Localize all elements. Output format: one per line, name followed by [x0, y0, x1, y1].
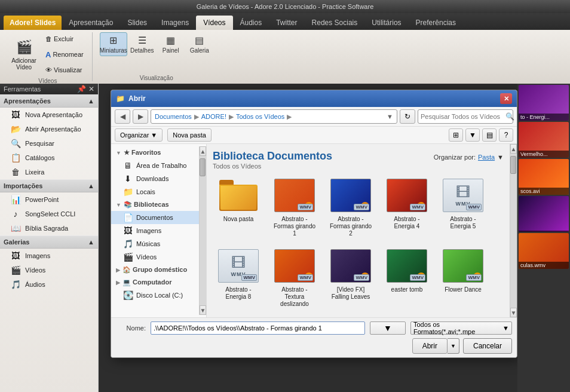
rename-video-button[interactable]: A Renomear: [42, 48, 87, 61]
path-item-adore[interactable]: ADORE!: [201, 113, 226, 120]
pin-icon[interactable]: 📌: [77, 85, 86, 93]
thumb-item-3[interactable]: scos.avi: [519, 159, 569, 195]
refresh-button[interactable]: ↻: [400, 109, 415, 124]
sidebar-item-powerpoint[interactable]: 📊 PowerPoint: [0, 192, 98, 207]
close-sidebar-icon[interactable]: ✕: [88, 85, 94, 93]
computer-header[interactable]: ▶ 💻 Computador: [111, 276, 199, 289]
view-video-button[interactable]: 👁 Visualizar: [42, 63, 87, 76]
files-scroll-thumb[interactable]: [510, 156, 516, 174]
sidebar-item-search[interactable]: 🔍 Pesquisar: [0, 136, 98, 151]
file-name-abstrato4: Abstrato - Energia 5: [440, 216, 486, 230]
tab-audios[interactable]: Áudios: [233, 16, 269, 30]
sidebar: Ferramentas 📌 ✕ Apresentações ▲ 🖼 Nova A…: [0, 84, 99, 392]
path-dropdown[interactable]: ▼: [387, 113, 393, 120]
file-item-nova-pasta[interactable]: Nova pasta: [213, 174, 264, 240]
galleries-collapse-icon: ▲: [88, 238, 94, 246]
organize-by-link[interactable]: Pasta: [478, 154, 495, 161]
sidebar-item-videos[interactable]: 🎬 Vídeos: [0, 263, 98, 277]
file-name-input[interactable]: [151, 321, 365, 335]
file-item-abstrato1[interactable]: ▶ WMV Abstrato - Formas girando 1: [269, 174, 320, 240]
tab-adore[interactable]: Adore! Slides: [4, 16, 62, 30]
thumb-item-1[interactable]: to - Energi...: [519, 85, 569, 121]
sidebar-item-catalogs[interactable]: 📋 Catálogos: [0, 151, 98, 165]
view-details-button[interactable]: ☰ Detalhes: [128, 32, 156, 56]
sidebar-item-songselect[interactable]: ♪ SongSelect CCLI: [0, 207, 98, 221]
file-item-abstrato2[interactable]: ▶ WMV Abstrato - Formas girando 2: [325, 174, 376, 240]
view-panel-button[interactable]: ▦ Painel: [157, 32, 185, 56]
cancel-button[interactable]: Cancelar: [463, 338, 512, 354]
tab-utilitarios[interactable]: Utilitários: [364, 16, 408, 30]
tab-imagens[interactable]: Imagens: [154, 16, 196, 30]
tab-twitter[interactable]: Twitter: [269, 16, 304, 30]
file-item-flower-dance[interactable]: ▶ WMV Flower Dance: [437, 245, 489, 311]
nav-item-desktop[interactable]: 🖥 Área de Trabalho: [111, 159, 199, 172]
open-button[interactable]: Abrir: [412, 338, 448, 354]
scroll-up[interactable]: ▲: [200, 146, 206, 156]
tab-redes-sociais[interactable]: Redes Sociais: [305, 16, 365, 30]
tab-preferencias[interactable]: Preferências: [409, 16, 463, 30]
forward-button[interactable]: ▶: [133, 109, 148, 124]
wmv-icon-abstrato4: 🎞 WMV WMV: [443, 179, 483, 212]
tab-videos[interactable]: Vídeos: [196, 16, 232, 30]
sidebar-item-bible[interactable]: 📖 Bíblia Sagrada: [0, 221, 98, 235]
files-scroll-up[interactable]: ▲: [510, 144, 517, 154]
name-dropdown[interactable]: ▼: [370, 321, 406, 335]
open-dropdown-button[interactable]: ▼: [448, 338, 459, 354]
preview-pane-button[interactable]: ▤: [482, 128, 497, 142]
tab-slides[interactable]: Slides: [120, 16, 154, 30]
nav-item-local[interactable]: 📁 Locais: [111, 185, 199, 198]
help-button[interactable]: ?: [499, 128, 513, 142]
thumb-item-5[interactable]: culas.wmv: [519, 233, 569, 269]
nav-item-disk-c[interactable]: 💽 Disco Local (C:): [111, 289, 199, 302]
favorites-header[interactable]: ▼ ★ Favoritos: [111, 146, 199, 159]
libraries-header[interactable]: ▼ 📚 Bibliotecas: [111, 198, 199, 211]
sidebar-item-trash[interactable]: 🗑 Lixeira: [0, 165, 98, 179]
sidebar-item-images[interactable]: 🖼 Imagens: [0, 249, 98, 263]
dialog-overlay: 📁 Abrir ✕ ◀ ▶ Documentos ▶ ADORE! ▶ Todo…: [99, 84, 517, 392]
file-item-abstrato5[interactable]: 🎞 WMV WMV Abstrato - Energia 8: [213, 245, 264, 311]
file-item-video-fx[interactable]: ▶ WMV [Video FX] Falling Leaves: [325, 245, 376, 311]
file-type-select[interactable]: Todos os Formatos(*.avi;*.mpe ▼: [410, 321, 512, 335]
view-dropdown-button[interactable]: ▼: [465, 128, 480, 142]
view-mode-button[interactable]: ⊞: [449, 128, 463, 142]
path-item-todos[interactable]: Todos os Vídeos: [236, 113, 284, 120]
galleries-section-header[interactable]: Galerias ▲: [0, 235, 98, 249]
delete-video-button[interactable]: 🗑 Excluir: [42, 32, 87, 45]
nav-item-videos-lib[interactable]: 🎬 Vídeos: [111, 250, 199, 264]
nav-item-documents[interactable]: 📄 Documentos: [111, 211, 199, 224]
scroll-down[interactable]: ▼: [200, 305, 206, 315]
file-item-abstrato3[interactable]: ▶ WMV Abstrato - Energia 4: [381, 174, 433, 240]
file-item-abstrato-e2[interactable]: 🎞 WMV WMV Abstrato - Energia 2: [213, 316, 264, 317]
thumb-item-2[interactable]: Vermelho...: [519, 122, 569, 158]
scroll-thumb[interactable]: [200, 158, 206, 176]
path-item-documentos[interactable]: Documentos: [155, 113, 192, 120]
right-panel: to - Energi... Vermelho... scos.avi cula…: [517, 84, 570, 392]
thumb-item-4[interactable]: [519, 196, 569, 232]
add-video-button[interactable]: 🎬 AdicionarVídeo: [8, 36, 39, 73]
file-item-meu-filme[interactable]: ▶ WMV Meu Filme: [269, 316, 320, 317]
organize-by-dropdown[interactable]: ▼: [497, 154, 504, 161]
nav-item-downloads[interactable]: ⬇ Downloads: [111, 172, 199, 185]
presentations-section-header[interactable]: Apresentações ▲: [0, 94, 98, 108]
sidebar-item-new-presentation[interactable]: 🖼 Nova Apresentação: [0, 108, 98, 122]
new-folder-button[interactable]: Nova pasta: [167, 128, 212, 142]
view-gallery-button[interactable]: ▤ Galeria: [186, 32, 213, 56]
homegroup-header[interactable]: ▶ 🏠 Grupo doméstico: [111, 264, 199, 276]
file-item-easter-tomb[interactable]: ▶ WMV easter tomb: [381, 245, 433, 311]
nav-item-imagens[interactable]: 🖼 Imagens: [111, 224, 199, 237]
view-group-label: Visualização: [140, 74, 173, 81]
file-item-abstrato-tex[interactable]: ▶ WMV Abstrato - Textura deslizando: [269, 245, 320, 311]
dialog-body: ▼ ★ Favoritos 🖥 Área de Trabalho ⬇ Downl…: [111, 144, 517, 317]
tab-apresentacao[interactable]: Apresentação: [62, 16, 120, 30]
view-miniatures-button[interactable]: ⊞ Miniaturas: [100, 32, 127, 56]
sidebar-item-open-presentation[interactable]: 📂 Abrir Apresentação: [0, 122, 98, 136]
organize-button[interactable]: Organizar ▼: [115, 128, 163, 142]
files-scroll-down[interactable]: ▼: [510, 308, 517, 317]
sidebar-item-audios[interactable]: 🎵 Áudios: [0, 277, 98, 292]
file-item-abstrato4[interactable]: 🎞 WMV WMV Abstrato - Energia 5: [437, 174, 489, 240]
back-button[interactable]: ◀: [115, 109, 130, 124]
imports-section-header[interactable]: Importações ▲: [0, 179, 98, 192]
nav-item-musicas[interactable]: 🎵 Músicas: [111, 237, 199, 250]
search-input[interactable]: [421, 113, 503, 120]
dialog-close-button[interactable]: ✕: [500, 93, 512, 104]
